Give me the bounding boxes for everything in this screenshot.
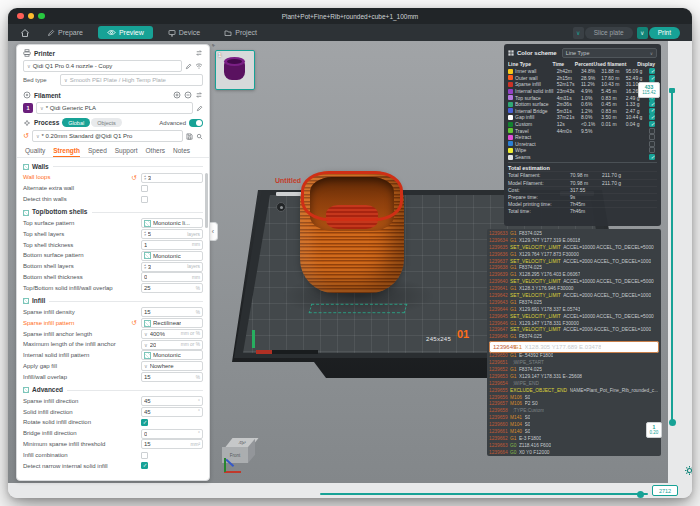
navigation-cube[interactable]: Top Front <box>222 438 266 474</box>
spinner-icon[interactable]: ▴▾ <box>144 175 146 181</box>
setting-field[interactable]: ▴▾ ∨ 20 mm or % <box>141 340 203 350</box>
gcode-line[interactable]: 1239643 G1 F8374.025 <box>489 300 659 307</box>
display-checkbox[interactable] <box>649 101 655 107</box>
slice-options-dropdown[interactable]: ∨ <box>573 27 584 39</box>
gcode-line[interactable]: 1239650 G1 E-.54392 F1800 <box>489 353 659 360</box>
move-slider-track[interactable] <box>320 493 648 495</box>
gcode-line[interactable]: 1239654 ;WIPE_END <box>489 381 659 388</box>
layer-slider[interactable] <box>670 88 674 426</box>
search-settings-icon[interactable] <box>196 133 203 140</box>
wifi-icon[interactable] <box>195 62 203 70</box>
gcode-viewer-panel[interactable]: 1239633 G1 F8374.025 1239634 G1 X129.747… <box>487 229 661 456</box>
setting-checkbox[interactable] <box>141 196 148 203</box>
gcode-line[interactable]: 1239660 M104 S0 <box>489 422 659 429</box>
param-tab[interactable]: Quality <box>25 146 45 157</box>
layer-slider-bottom-handle[interactable] <box>669 419 676 426</box>
gcode-line[interactable]: 1239644 G1 X129.691 Y178.337 E.05743 <box>489 307 659 314</box>
collapse-thumbnails-icon[interactable]: « <box>210 42 217 49</box>
setting-checkbox[interactable] <box>141 185 148 192</box>
setting-field[interactable]: ▴▾ ∨ 0 ° <box>141 429 203 439</box>
setting-field[interactable]: ▴▾ ∨ 45 ° <box>141 407 203 417</box>
setting-field[interactable]: ▴▾ ∨ 0 mm <box>141 272 203 282</box>
gcode-line[interactable]: 1239645 SET_VELOCITY_LIMIT ACCEL=10000 A… <box>489 314 659 321</box>
display-checkbox[interactable] <box>649 128 655 134</box>
setting-field[interactable]: ▴▾ ∨ 15 % <box>141 307 203 317</box>
gcode-line[interactable]: 1239663 G0 Z118.416 F600 <box>489 443 659 450</box>
edit-printer-icon[interactable] <box>185 63 192 70</box>
undo-icon[interactable]: ↺ <box>132 174 137 182</box>
param-tab[interactable]: Notes <box>173 146 190 157</box>
gcode-line[interactable]: 1239659 M141 S0 <box>489 415 659 422</box>
param-tab[interactable]: Speed <box>88 146 107 157</box>
gcode-line[interactable]: 1239658 ;TYPE:Custom <box>489 408 659 415</box>
home-icon[interactable] <box>20 28 30 38</box>
gcode-line[interactable]: 1239635 SET_VELOCITY_LIMIT ACCEL=10000 A… <box>489 245 659 252</box>
layer-slider-top-handle[interactable] <box>669 88 675 93</box>
bed-type-select[interactable]: ∨ Smooth PEI Plate / High Temp Plate <box>60 74 203 86</box>
display-checkbox[interactable] <box>649 68 655 74</box>
print-button[interactable]: Print <box>649 27 680 39</box>
gcode-line[interactable]: 1239642 SET_VELOCITY_LIMIT ACCEL=2000 AC… <box>489 293 659 300</box>
tab-preview[interactable]: Preview <box>98 26 153 39</box>
filament-preset-select[interactable]: ∨ * Qidi Generic PLA <box>36 102 193 114</box>
gcode-line[interactable]: 1239661 M140 S0 <box>489 429 659 436</box>
process-global-pill[interactable]: Global <box>62 118 90 127</box>
sidebar-collapse-button[interactable]: ‹ <box>209 222 218 241</box>
param-tab[interactable]: Support <box>115 146 138 157</box>
gcode-line[interactable]: 1239652 G1 F8374.025 <box>489 367 659 374</box>
setting-field[interactable]: ▴▾ ∨ Monotonic li... <box>141 218 203 228</box>
printer-sync-icon[interactable] <box>195 49 203 57</box>
save-preset-icon[interactable] <box>186 133 193 140</box>
gcode-line[interactable]: 1239638 G1 F8374.025 <box>489 265 659 272</box>
remove-filament-icon[interactable] <box>184 91 192 99</box>
setting-field[interactable]: ▴▾ ∨ 15 mm² <box>141 439 203 449</box>
gcode-line[interactable]: 1239641 G1 X128.3 Y176.946 F30000 <box>489 286 659 293</box>
tab-device[interactable]: Device <box>159 26 209 39</box>
setting-field[interactable]: ▴▾ ∨ 25 % <box>141 283 203 293</box>
gcode-line[interactable]: 1239636 G1 X129.764 Y177.873 F30000 <box>489 252 659 259</box>
spinner-icon[interactable]: ▴▾ <box>144 264 146 270</box>
setting-field[interactable]: ▴▾ ∨ Monotonic <box>141 350 203 360</box>
print-options-dropdown[interactable]: ∨ <box>637 27 648 39</box>
setting-field[interactable]: ▴▾ ∨ Monotonic <box>141 251 203 261</box>
edit-filament-icon[interactable] <box>196 105 203 112</box>
gcode-line[interactable]: 1239648 G1 F8374.025 <box>489 334 659 341</box>
param-tab[interactable]: Strength <box>53 146 80 157</box>
setting-checkbox[interactable] <box>141 419 148 426</box>
display-checkbox[interactable] <box>649 141 655 147</box>
gcode-line[interactable]: 1239656 M106 S0 <box>489 395 659 402</box>
display-checkbox[interactable] <box>649 134 655 140</box>
gcode-line[interactable]: 1239655 EXCLUDE_OBJECT_END NAME=Plant_Po… <box>489 388 659 395</box>
plate-thumbnail[interactable]: 1 <box>215 50 255 90</box>
view-type-select[interactable]: Line Type ∨ <box>562 48 657 58</box>
process-preset-select[interactable]: ∨ * 0.20mm Standard @Qidi Q1 Pro <box>32 130 183 142</box>
setting-field[interactable]: ▴▾ ∨ 400% mm or % <box>141 329 203 339</box>
gcode-line[interactable]: 1239633 G1 F8374.025 <box>489 231 659 238</box>
move-slider[interactable] <box>320 490 648 497</box>
undo-icon[interactable]: ↺ <box>132 319 137 327</box>
slice-plate-button[interactable]: Slice plate <box>585 27 633 39</box>
setting-field[interactable]: ▴▾ ∨ 5 layers <box>141 229 203 239</box>
gcode-line[interactable]: 1239637 SET_VELOCITY_LIMIT ACCEL=2000 AC… <box>489 259 659 266</box>
sidebar-scrollbar[interactable] <box>205 173 208 228</box>
gcode-line[interactable]: 1239653 G1 X129.147 Y178.331 E-.25608 <box>489 374 659 381</box>
process-objects-pill[interactable]: Objects <box>91 118 122 127</box>
display-checkbox[interactable] <box>649 121 655 127</box>
gcode-line[interactable]: 1239657 M106 P2 S0 <box>489 401 659 408</box>
display-checkbox[interactable] <box>649 147 655 153</box>
gcode-line[interactable]: 1239662 G1 E-3 F1800 <box>489 436 659 443</box>
setting-field[interactable]: ▴▾ ∨ Rectilinear <box>141 318 203 328</box>
tab-prepare[interactable]: Prepare <box>38 26 92 39</box>
gcode-line[interactable]: 1239639 G1 X128.295 Y176.403 E.06067 <box>489 272 659 279</box>
setting-field[interactable]: ▴▾ ∨ 45 ° <box>141 396 203 406</box>
gcode-line[interactable]: 1239640 SET_VELOCITY_LIMIT ACCEL=10000 A… <box>489 279 659 286</box>
display-checkbox[interactable] <box>649 108 655 114</box>
setting-field[interactable]: ▴▾ ∨ 15 % <box>141 372 203 382</box>
display-checkbox[interactable] <box>649 75 655 81</box>
gcode-line[interactable]: 1239646 G1 X129.147 Y178.331 F30000 <box>489 321 659 328</box>
add-filament-icon[interactable] <box>173 91 181 99</box>
tab-project[interactable]: Project <box>215 26 266 39</box>
gcode-line[interactable]: 1239634 G1 X129.747 Y177.319 E.06018 <box>489 238 659 245</box>
setting-field[interactable]: ▴▾ ∨ 1 mm <box>141 240 203 250</box>
plate-name-label[interactable]: Untitled <box>275 177 301 184</box>
